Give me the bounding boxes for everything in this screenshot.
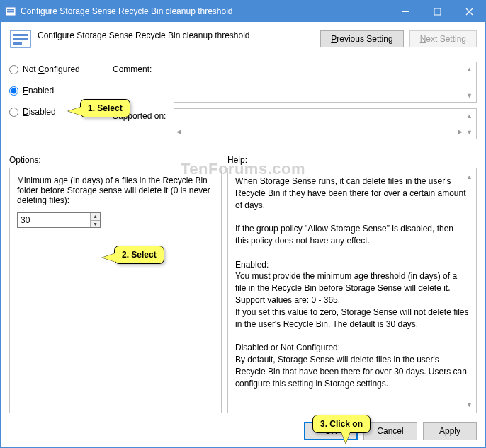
scroll-down-icon[interactable]: ▼: [464, 127, 475, 137]
next-setting-button: Next Setting: [409, 30, 477, 47]
min-age-spinner[interactable]: ▲ ▼: [17, 212, 101, 228]
annotation-1: 1. Select: [80, 99, 130, 117]
scroll-right-icon[interactable]: ▶: [458, 128, 463, 139]
radio-enabled[interactable]: Enabled: [9, 86, 108, 96]
apply-button[interactable]: Apply: [423, 422, 477, 440]
titlebar: Configure Storage Sense Recycle Bin clea…: [1, 1, 485, 22]
scroll-left-icon[interactable]: ◀: [176, 128, 181, 139]
maximize-button[interactable]: [422, 1, 453, 22]
close-button[interactable]: [453, 1, 485, 22]
previous-setting-button[interactable]: Previous Setting: [320, 30, 403, 47]
comment-label: Comment:: [113, 62, 169, 74]
svg-rect-1: [7, 9, 14, 11]
scroll-down-icon[interactable]: ▼: [464, 90, 475, 100]
min-age-label: Minimum age (in days) of a files in the …: [17, 176, 214, 205]
help-text: When Storage Sense runs, it can delete f…: [235, 176, 469, 389]
annotation-2: 2. Select: [114, 246, 164, 264]
annotation-3: 3. Click on: [312, 415, 371, 433]
scroll-up-icon[interactable]: ▲: [464, 110, 475, 121]
policy-large-icon: [9, 28, 32, 50]
scroll-up-icon[interactable]: ▲: [464, 171, 475, 182]
spinner-up-button[interactable]: ▲: [91, 213, 100, 221]
radio-not-configured-input[interactable]: [9, 65, 18, 74]
svg-rect-7: [13, 42, 22, 45]
comment-textarea[interactable]: ▲ ▼: [174, 62, 477, 103]
policy-icon: [5, 6, 16, 17]
help-panel: When Storage Sense runs, it can delete f…: [227, 168, 477, 413]
page-title: Configure Storage Sense Recycle Bin clea…: [38, 28, 250, 40]
spinner-down-button[interactable]: ▼: [91, 221, 100, 228]
radio-not-configured[interactable]: Not Configured: [9, 64, 108, 74]
minimize-button[interactable]: [390, 1, 422, 22]
window-title: Configure Storage Sense Recycle Bin clea…: [21, 6, 390, 16]
scroll-up-icon[interactable]: ▲: [464, 64, 475, 74]
help-label: Help:: [227, 155, 247, 165]
supported-box: ▲ ▼ ◀▶: [174, 108, 477, 139]
svg-rect-3: [434, 8, 441, 15]
svg-rect-2: [7, 11, 14, 13]
min-age-input[interactable]: [18, 213, 90, 227]
radio-enabled-input[interactable]: [9, 86, 18, 96]
scroll-down-icon[interactable]: ▼: [464, 399, 475, 410]
options-label: Options:: [9, 155, 227, 165]
cancel-button[interactable]: Cancel: [363, 422, 417, 440]
svg-rect-5: [13, 34, 28, 36]
svg-rect-6: [13, 38, 28, 40]
options-panel: Minimum age (in days) of a files in the …: [9, 168, 222, 413]
radio-disabled-input[interactable]: [9, 108, 18, 117]
